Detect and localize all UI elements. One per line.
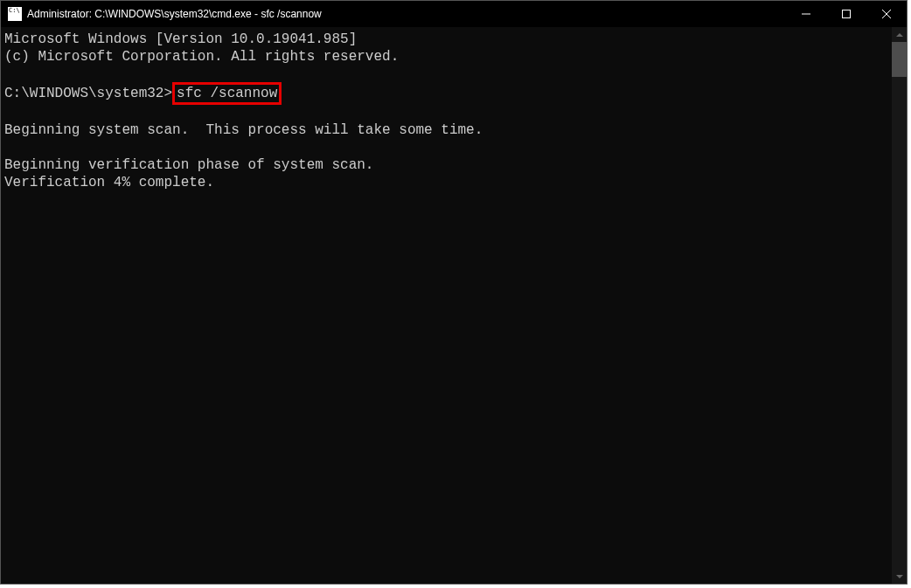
maximize-button[interactable] <box>826 1 866 27</box>
close-button[interactable] <box>866 1 907 27</box>
svg-marker-5 <box>896 575 903 578</box>
copyright-line: (c) Microsoft Corporation. All rights re… <box>4 48 892 66</box>
window-title: Administrator: C:\WINDOWS\system32\cmd.e… <box>27 8 786 20</box>
command-highlight: sfc /scannow <box>172 82 282 105</box>
minimize-button[interactable] <box>786 1 826 27</box>
blank-line <box>4 139 892 156</box>
blank-line <box>4 66 892 83</box>
verify-begin-line: Beginning verification phase of system s… <box>4 156 892 174</box>
scan-begin-line: Beginning system scan. This process will… <box>4 121 892 139</box>
content-area: Microsoft Windows [Version 10.0.19041.98… <box>1 27 907 584</box>
titlebar[interactable]: Administrator: C:\WINDOWS\system32\cmd.e… <box>1 1 907 27</box>
cmd-icon <box>8 7 22 21</box>
progress-line: Verification 4% complete. <box>4 174 892 191</box>
scroll-thumb[interactable] <box>892 42 907 77</box>
prompt-line: C:\WINDOWS\system32>sfc /scannow <box>4 83 892 104</box>
scroll-up-arrow-icon[interactable] <box>892 27 907 42</box>
window-controls <box>786 1 907 27</box>
command-text: sfc /scannow <box>177 86 277 101</box>
terminal-output[interactable]: Microsoft Windows [Version 10.0.19041.98… <box>1 27 892 584</box>
svg-marker-4 <box>896 33 903 37</box>
blank-line <box>4 104 892 121</box>
prompt-text: C:\WINDOWS\system32> <box>4 86 172 101</box>
svg-rect-1 <box>843 10 851 18</box>
vertical-scrollbar[interactable] <box>892 27 907 584</box>
scroll-down-arrow-icon[interactable] <box>892 569 907 584</box>
version-line: Microsoft Windows [Version 10.0.19041.98… <box>4 31 892 48</box>
cmd-window: Administrator: C:\WINDOWS\system32\cmd.e… <box>0 0 908 585</box>
